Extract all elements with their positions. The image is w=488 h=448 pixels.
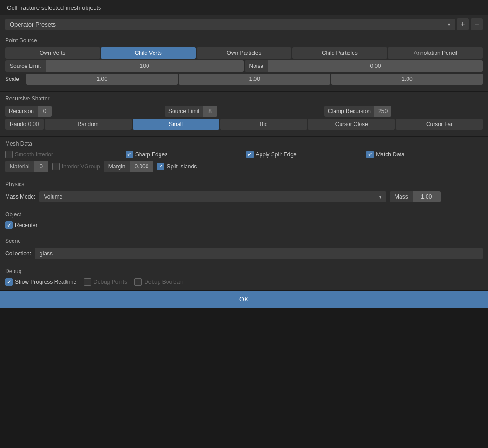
mass-mode-label: Mass Mode: — [5, 194, 35, 200]
noise-value: 0.00 — [268, 60, 483, 72]
debug-boolean-label: Debug Boolean — [144, 279, 183, 285]
rec-source-limit-label: Source Limit — [165, 106, 203, 117]
scale-z-value[interactable]: 1.00 — [331, 74, 483, 85]
source-limit-value: 100 — [46, 60, 244, 72]
recursion-field[interactable]: Recursion 0 — [5, 106, 164, 117]
apply-split-edge-checkbox[interactable] — [246, 151, 254, 158]
object-section: Object Recenter — [0, 207, 488, 234]
object-title: Object — [5, 211, 483, 218]
material-value: 0 — [34, 161, 48, 172]
rando-label: Rando — [10, 121, 26, 127]
smooth-interior-label: Smooth Interior — [15, 151, 53, 158]
own-particles-button[interactable]: Own Particles — [197, 47, 292, 59]
add-preset-button[interactable]: + — [457, 18, 469, 30]
recursion-label: Recursion — [5, 106, 38, 117]
random-button[interactable]: Random — [45, 119, 132, 130]
recursion-fields-row: Recursion 0 Source Limit 8 Clamp Recursi… — [5, 106, 483, 117]
remove-preset-button[interactable]: − — [471, 18, 483, 30]
recenter-row: Recenter — [5, 221, 483, 229]
margin-field[interactable]: Margin 0.000 — [104, 161, 154, 172]
smooth-interior-checkbox[interactable] — [5, 151, 13, 158]
own-verts-button[interactable]: Own Verts — [5, 47, 100, 59]
debug-title: Debug — [5, 268, 483, 274]
dialog-title: Cell fracture selected mesh objects — [0, 0, 488, 15]
mesh-checkboxes-row1: Smooth Interior Sharp Edges Apply Split … — [5, 151, 483, 158]
smooth-interior-item: Smooth Interior — [5, 151, 122, 158]
margin-value: 0.000 — [130, 161, 153, 172]
operator-presets-dropdown[interactable]: Operator Presets ▾ — [5, 19, 455, 30]
mass-mode-chevron-icon: ▾ — [379, 194, 381, 200]
child-particles-button[interactable]: Child Particles — [292, 47, 387, 59]
ok-label: OK — [239, 295, 249, 303]
debug-row: Show Progress Realtime Debug Points Debu… — [5, 278, 483, 286]
noise-field[interactable]: Noise 0.00 — [245, 60, 483, 72]
child-verts-button[interactable]: Child Verts — [101, 47, 196, 59]
point-source-section: Point Source Own Verts Child Verts Own P… — [0, 33, 488, 92]
sharp-edges-checkbox[interactable] — [126, 151, 133, 158]
split-islands-label: Split Islands — [167, 163, 197, 170]
sharp-edges-label: Sharp Edges — [135, 151, 167, 158]
cursor-far-button[interactable]: Cursor Far — [396, 119, 483, 130]
source-noise-row: Source Limit 100 Noise 0.00 — [5, 60, 483, 72]
match-data-checkbox[interactable] — [366, 151, 374, 158]
rando-button[interactable]: Rando 0.00 — [5, 119, 44, 130]
clamp-recursion-field[interactable]: Clamp Recursion 250 — [324, 106, 483, 117]
mass-field[interactable]: Mass 1.00 — [390, 191, 483, 202]
scale-label: Scale: — [5, 74, 25, 85]
point-source-title: Point Source — [5, 37, 483, 44]
physics-section: Physics Mass Mode: Volume ▾ Mass 1.00 — [0, 177, 488, 207]
debug-boolean-checkbox[interactable] — [134, 278, 142, 286]
recenter-checkbox[interactable] — [5, 221, 13, 229]
small-button[interactable]: Small — [133, 119, 220, 130]
cursor-close-button[interactable]: Cursor Close — [308, 119, 395, 130]
shatter-buttons: Rando 0.00 Random Small Big Cursor Close… — [5, 119, 483, 130]
mass-mode-dropdown[interactable]: Volume ▾ — [39, 191, 386, 202]
rec-source-limit-field[interactable]: Source Limit 8 — [165, 106, 323, 117]
cell-fracture-dialog: Cell fracture selected mesh objects Oper… — [0, 0, 488, 308]
collection-input[interactable] — [35, 248, 483, 259]
show-progress-label: Show Progress Realtime — [15, 279, 76, 285]
source-limit-field[interactable]: Source Limit 100 — [5, 60, 244, 72]
annotation-pencil-button[interactable]: Annotation Pencil — [388, 47, 483, 59]
rando-value: 0.00 — [28, 121, 39, 127]
scene-title: Scene — [5, 238, 483, 244]
apply-split-edge-label: Apply Split Edge — [256, 151, 297, 158]
operator-presets-row: Operator Presets ▾ + − — [0, 15, 488, 33]
dropdown-chevron-icon: ▾ — [448, 22, 450, 27]
split-islands-item: Split Islands — [157, 163, 197, 170]
show-progress-checkbox[interactable] — [5, 278, 13, 286]
apply-split-edge-item: Apply Split Edge — [246, 151, 363, 158]
debug-points-item: Debug Points — [84, 278, 127, 286]
sharp-edges-item: Sharp Edges — [126, 151, 242, 158]
recursion-value: 0 — [38, 106, 52, 117]
mesh-checkboxes-row2: Material 0 Interior VGroup Margin 0.000 … — [5, 161, 483, 172]
collection-row: Collection: — [5, 248, 483, 259]
source-limit-label: Source Limit — [5, 60, 46, 72]
recursive-shatter-title: Recursive Shatter — [5, 95, 483, 102]
scale-x-value[interactable]: 1.00 — [26, 74, 178, 85]
interior-vgroup-checkbox[interactable] — [52, 163, 60, 170]
show-progress-item: Show Progress Realtime — [5, 278, 76, 286]
debug-points-label: Debug Points — [94, 279, 127, 285]
debug-points-checkbox[interactable] — [84, 278, 91, 286]
match-data-item: Match Data — [366, 151, 483, 158]
physics-title: Physics — [5, 181, 483, 187]
mass-label: Mass — [390, 191, 413, 202]
margin-label: Margin — [104, 161, 130, 172]
big-button[interactable]: Big — [220, 119, 307, 130]
debug-boolean-item: Debug Boolean — [134, 278, 183, 286]
split-islands-checkbox[interactable] — [157, 163, 164, 170]
interior-vgroup-label: Interior VGroup — [62, 163, 100, 170]
clamp-recursion-value: 250 — [374, 106, 391, 117]
operator-presets-label: Operator Presets — [10, 21, 56, 28]
point-source-buttons: Own Verts Child Verts Own Particles Chil… — [5, 47, 483, 59]
match-data-label: Match Data — [376, 151, 404, 158]
scale-y-value[interactable]: 1.00 — [179, 74, 330, 85]
material-field[interactable]: Material 0 — [5, 161, 48, 172]
ok-button[interactable]: OK — [0, 291, 488, 308]
clamp-recursion-label: Clamp Recursion — [324, 106, 374, 117]
rec-source-limit-value: 8 — [203, 106, 217, 117]
scale-row: Scale: 1.00 1.00 1.00 — [5, 74, 483, 85]
recursive-shatter-section: Recursive Shatter Recursion 0 Source Lim… — [0, 92, 488, 137]
mass-value: 1.00 — [413, 191, 441, 202]
